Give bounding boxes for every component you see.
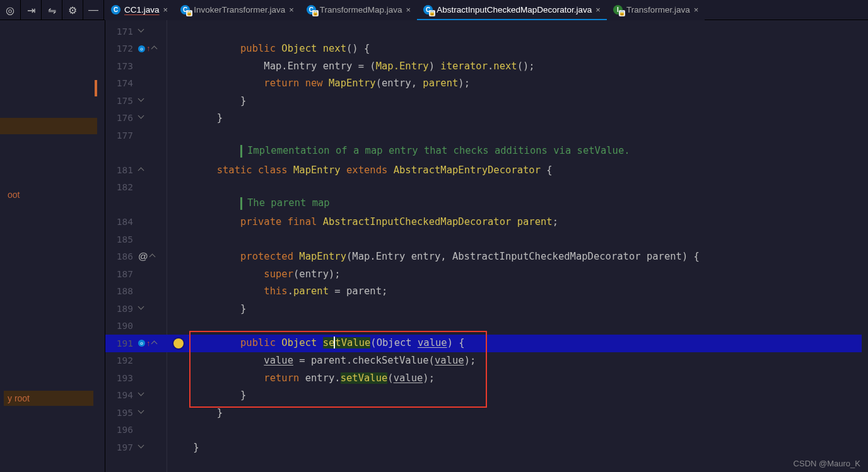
fold-icon[interactable] bbox=[138, 98, 144, 104]
line-number: 192 bbox=[105, 355, 138, 366]
tab-transformer-java[interactable]: I🔒Transformer.java× bbox=[607, 0, 705, 20]
code-text: public Object setValue(Object value) { bbox=[167, 337, 465, 349]
line-number: 184 bbox=[105, 217, 138, 227]
code-line[interactable]: 188 this.parent = parent; bbox=[105, 283, 868, 301]
code-line[interactable]: 197 } bbox=[105, 439, 868, 456]
gutter-icons bbox=[138, 115, 167, 121]
fold-icon[interactable] bbox=[138, 306, 144, 312]
line-number: 196 bbox=[105, 425, 138, 435]
line-number: 175 bbox=[105, 96, 138, 106]
class-icon: C bbox=[111, 5, 120, 14]
lock-icon: 🔒 bbox=[312, 10, 319, 16]
toolbar-icon-group: ◎ ⇥ ⇋ ⚙ — bbox=[0, 0, 105, 20]
fold-icon[interactable] bbox=[151, 45, 158, 52]
line-number: 171 bbox=[105, 26, 138, 37]
code-text: value = parent.checkSetValue(value); bbox=[167, 355, 476, 366]
override-icon[interactable]: o bbox=[138, 340, 145, 347]
line-number: 195 bbox=[105, 408, 138, 418]
gutter-icons bbox=[138, 98, 167, 104]
scrollbar[interactable] bbox=[862, 20, 868, 472]
fold-icon[interactable] bbox=[150, 253, 156, 260]
line-number: 191 bbox=[105, 338, 138, 348]
code-text: return entry.setValue(value); bbox=[167, 372, 435, 384]
fold-icon[interactable] bbox=[138, 167, 144, 173]
gear-icon[interactable]: ⚙ bbox=[62, 0, 83, 20]
close-icon[interactable]: × bbox=[595, 5, 601, 14]
code-line[interactable]: 191o↑ public Object setValue(Object valu… bbox=[105, 335, 868, 352]
tab-transformedmap-java[interactable]: C🔒TransformedMap.java× bbox=[300, 0, 417, 20]
code-line[interactable]: 175 } bbox=[105, 92, 868, 110]
fold-icon[interactable] bbox=[138, 410, 144, 416]
left-row-1[interactable]: oot bbox=[4, 187, 23, 202]
class-icon: C🔒 bbox=[307, 5, 316, 14]
indent-icon[interactable]: ⇥ bbox=[21, 0, 42, 20]
close-icon[interactable]: × bbox=[163, 5, 168, 14]
code-text: Implementation of a map entry that check… bbox=[167, 145, 630, 160]
code-line[interactable]: 185 bbox=[105, 231, 868, 248]
line-number: 176 bbox=[105, 113, 138, 123]
gutter-icons bbox=[138, 167, 167, 173]
line-number: 189 bbox=[105, 304, 138, 314]
code-line[interactable]: 189 } bbox=[105, 300, 868, 318]
code-line[interactable]: 196 bbox=[105, 422, 868, 439]
code-line[interactable]: 173 Map.Entry entry = (Map.Entry) iterat… bbox=[105, 57, 868, 75]
minimize-icon[interactable]: — bbox=[83, 0, 104, 20]
editor-tabs: CCC1.java×C🔒InvokerTransformer.java×C🔒Tr… bbox=[105, 0, 705, 20]
lightbulb-icon[interactable] bbox=[173, 338, 184, 348]
code-line[interactable]: 193 return entry.setValue(value); bbox=[105, 369, 868, 387]
code-line[interactable]: 171 bbox=[105, 23, 868, 40]
override-icon[interactable]: o bbox=[138, 45, 145, 52]
doc-comment-line[interactable]: Implementation of a map entry that check… bbox=[105, 144, 868, 162]
line-number: 197 bbox=[105, 442, 138, 452]
code-line[interactable]: 184 private final AbstractInputCheckedMa… bbox=[105, 214, 868, 231]
watermark-label: CSDN @Mauro_K bbox=[794, 459, 860, 468]
code-line[interactable]: 187 super(entry); bbox=[105, 265, 868, 283]
lock-icon: 🔒 bbox=[429, 10, 435, 16]
code-line[interactable]: 181 static class MapEntry extends Abstra… bbox=[105, 161, 868, 179]
line-number: 185 bbox=[105, 234, 138, 245]
code-line[interactable]: 177 bbox=[105, 127, 868, 144]
line-number: 182 bbox=[105, 182, 138, 192]
code-line[interactable]: 194 } bbox=[105, 387, 868, 405]
tab-cc1-java[interactable]: CCC1.java× bbox=[105, 0, 174, 20]
code-line[interactable]: 190 bbox=[105, 318, 868, 335]
code-line[interactable]: 176 } bbox=[105, 110, 868, 127]
line-number: 187 bbox=[105, 269, 138, 279]
fold-icon[interactable] bbox=[138, 392, 144, 398]
code-line[interactable]: 172o↑ public Object next() { bbox=[105, 40, 868, 58]
fold-icon[interactable] bbox=[138, 444, 144, 451]
code-editor[interactable]: 171172o↑ public Object next() {173 Map.E… bbox=[105, 20, 868, 472]
code-text: public Object next() { bbox=[167, 43, 370, 54]
doc-bar bbox=[240, 145, 242, 158]
tab-label: TransformedMap.java bbox=[320, 5, 402, 14]
code-text: private final AbstractInputCheckedMapDec… bbox=[167, 216, 558, 227]
tab-invokertransformer-java[interactable]: C🔒InvokerTransformer.java× bbox=[174, 0, 300, 20]
text-caret bbox=[334, 337, 335, 348]
fold-icon[interactable] bbox=[138, 28, 144, 35]
close-icon[interactable]: × bbox=[694, 5, 699, 14]
doc-comment-line[interactable]: The parent map bbox=[105, 196, 868, 214]
line-number: 190 bbox=[105, 321, 138, 331]
close-icon[interactable]: × bbox=[289, 5, 294, 14]
line-number: 193 bbox=[105, 373, 138, 383]
code-line[interactable]: 195 } bbox=[105, 404, 868, 422]
fold-icon[interactable] bbox=[151, 340, 158, 347]
left-row-2[interactable]: y root bbox=[4, 391, 93, 406]
split-icon[interactable]: ⇋ bbox=[42, 0, 62, 20]
tab-abstractinputcheckedmapdecorator-java[interactable]: C🔒AbstractInputCheckedMapDecorator.java× bbox=[417, 0, 607, 20]
fold-icon[interactable] bbox=[138, 115, 144, 121]
gutter-icons bbox=[138, 444, 167, 451]
lock-icon: 🔒 bbox=[186, 10, 192, 16]
code-text: this.parent = parent; bbox=[167, 285, 387, 297]
tab-label: InvokerTransformer.java bbox=[194, 5, 285, 14]
target-icon[interactable]: ◎ bbox=[0, 0, 21, 20]
vcs-strip-mark bbox=[95, 80, 97, 96]
code-area[interactable]: 171172o↑ public Object next() {173 Map.E… bbox=[105, 23, 868, 456]
class-icon: C🔒 bbox=[423, 5, 433, 14]
close-icon[interactable]: × bbox=[406, 5, 411, 14]
tab-label: Transformer.java bbox=[626, 5, 690, 14]
code-line[interactable]: 186@ protected MapEntry(Map.Entry entry,… bbox=[105, 248, 868, 266]
code-line[interactable]: 182 bbox=[105, 179, 868, 197]
code-line[interactable]: 174 return new MapEntry(entry, parent); bbox=[105, 75, 868, 93]
code-line[interactable]: 192 value = parent.checkSetValue(value); bbox=[105, 352, 868, 370]
